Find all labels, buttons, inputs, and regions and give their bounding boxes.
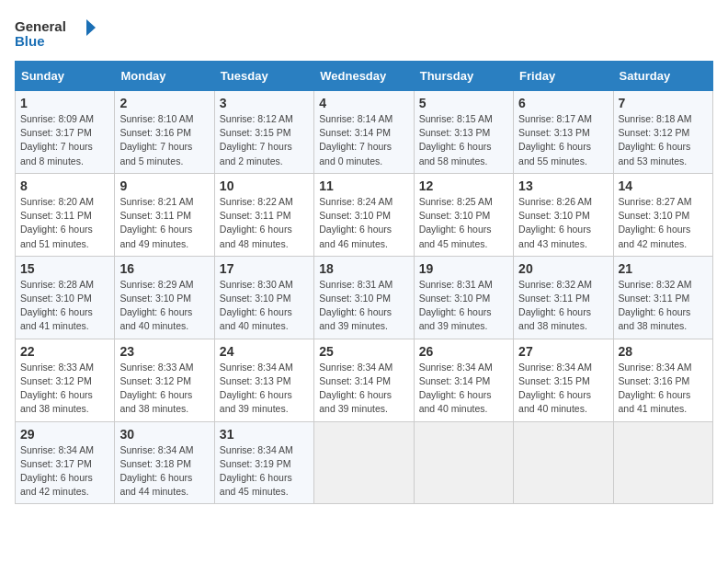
day-number: 31 (220, 427, 309, 442)
calendar-week-row: 22Sunrise: 8:33 AMSunset: 3:12 PMDayligh… (16, 339, 713, 421)
day-detail: Sunrise: 8:30 AMSunset: 3:10 PMDaylight:… (220, 278, 309, 334)
day-number: 9 (119, 178, 209, 193)
calendar-table: SundayMondayTuesdayWednesdayThursdayFrid… (15, 61, 713, 504)
day-detail: Sunrise: 8:34 AMSunset: 3:19 PMDaylight:… (220, 443, 309, 500)
page-header: General Blue (15, 15, 713, 52)
calendar-week-row: 15Sunrise: 8:28 AMSunset: 3:10 PMDayligh… (16, 256, 713, 339)
day-number: 24 (220, 344, 309, 359)
day-detail: Sunrise: 8:32 AMSunset: 3:11 PMDaylight:… (518, 278, 608, 334)
col-header-friday: Friday (514, 62, 613, 91)
day-number: 10 (220, 178, 309, 193)
calendar-cell: 1Sunrise: 8:09 AMSunset: 3:17 PMDaylight… (16, 91, 115, 174)
day-number: 22 (20, 344, 109, 359)
day-detail: Sunrise: 8:21 AMSunset: 3:11 PMDaylight:… (119, 195, 209, 251)
day-detail: Sunrise: 8:20 AMSunset: 3:11 PMDaylight:… (20, 195, 109, 251)
day-number: 19 (419, 261, 508, 276)
calendar-cell: 3Sunrise: 8:12 AMSunset: 3:15 PMDaylight… (214, 91, 313, 174)
col-header-tuesday: Tuesday (214, 62, 313, 91)
day-detail: Sunrise: 8:18 AMSunset: 3:12 PMDaylight:… (619, 112, 708, 168)
svg-marker-2 (86, 19, 96, 36)
day-number: 16 (119, 261, 209, 276)
day-number: 29 (20, 427, 109, 442)
calendar-cell: 13Sunrise: 8:26 AMSunset: 3:10 PMDayligh… (514, 173, 613, 256)
day-number: 4 (319, 96, 408, 110)
day-number: 30 (119, 427, 209, 442)
calendar-cell: 23Sunrise: 8:33 AMSunset: 3:12 PMDayligh… (115, 339, 214, 421)
day-detail: Sunrise: 8:22 AMSunset: 3:11 PMDaylight:… (220, 195, 309, 251)
calendar-cell: 12Sunrise: 8:25 AMSunset: 3:10 PMDayligh… (414, 173, 513, 256)
day-detail: Sunrise: 8:34 AMSunset: 3:17 PMDaylight:… (20, 443, 109, 500)
day-number: 7 (619, 96, 708, 110)
day-number: 8 (20, 178, 109, 193)
calendar-cell: 2Sunrise: 8:10 AMSunset: 3:16 PMDaylight… (115, 91, 214, 174)
svg-text:Blue: Blue (15, 33, 45, 49)
day-number: 13 (518, 178, 608, 193)
calendar-week-row: 29Sunrise: 8:34 AMSunset: 3:17 PMDayligh… (16, 421, 713, 504)
day-number: 2 (119, 96, 209, 110)
day-detail: Sunrise: 8:31 AMSunset: 3:10 PMDaylight:… (419, 278, 508, 334)
calendar-cell: 14Sunrise: 8:27 AMSunset: 3:10 PMDayligh… (613, 173, 712, 256)
day-number: 3 (220, 96, 309, 110)
col-header-sunday: Sunday (16, 62, 115, 91)
day-number: 1 (20, 96, 109, 110)
calendar-cell: 30Sunrise: 8:34 AMSunset: 3:18 PMDayligh… (115, 421, 214, 504)
col-header-thursday: Thursday (414, 62, 513, 91)
calendar-cell: 26Sunrise: 8:34 AMSunset: 3:14 PMDayligh… (414, 339, 513, 421)
calendar-week-row: 8Sunrise: 8:20 AMSunset: 3:11 PMDaylight… (16, 173, 713, 256)
day-detail: Sunrise: 8:10 AMSunset: 3:16 PMDaylight:… (119, 112, 209, 168)
col-header-monday: Monday (115, 62, 214, 91)
calendar-cell: 6Sunrise: 8:17 AMSunset: 3:13 PMDaylight… (514, 91, 613, 174)
day-number: 25 (319, 344, 408, 359)
logo-svg: General Blue (15, 15, 97, 52)
calendar-cell: 4Sunrise: 8:14 AMSunset: 3:14 PMDaylight… (314, 91, 414, 174)
day-detail: Sunrise: 8:25 AMSunset: 3:10 PMDaylight:… (419, 195, 508, 251)
day-number: 11 (319, 178, 408, 193)
day-detail: Sunrise: 8:09 AMSunset: 3:17 PMDaylight:… (20, 112, 109, 168)
day-detail: Sunrise: 8:33 AMSunset: 3:12 PMDaylight:… (20, 361, 109, 417)
col-header-wednesday: Wednesday (314, 62, 414, 91)
calendar-week-row: 1Sunrise: 8:09 AMSunset: 3:17 PMDaylight… (16, 91, 713, 174)
calendar-cell: 28Sunrise: 8:34 AMSunset: 3:16 PMDayligh… (613, 339, 712, 421)
day-number: 5 (419, 96, 508, 110)
day-detail: Sunrise: 8:17 AMSunset: 3:13 PMDaylight:… (518, 112, 608, 168)
day-detail: Sunrise: 8:24 AMSunset: 3:10 PMDaylight:… (319, 195, 408, 251)
svg-text:General: General (15, 18, 66, 34)
logo: General Blue (15, 15, 97, 52)
day-number: 23 (119, 344, 209, 359)
calendar-cell: 8Sunrise: 8:20 AMSunset: 3:11 PMDaylight… (16, 173, 115, 256)
calendar-cell: 21Sunrise: 8:32 AMSunset: 3:11 PMDayligh… (613, 256, 712, 339)
day-detail: Sunrise: 8:27 AMSunset: 3:10 PMDaylight:… (619, 195, 708, 251)
calendar-cell: 15Sunrise: 8:28 AMSunset: 3:10 PMDayligh… (16, 256, 115, 339)
calendar-cell: 18Sunrise: 8:31 AMSunset: 3:10 PMDayligh… (314, 256, 414, 339)
day-detail: Sunrise: 8:31 AMSunset: 3:10 PMDaylight:… (319, 278, 408, 334)
day-detail: Sunrise: 8:32 AMSunset: 3:11 PMDaylight:… (619, 278, 708, 334)
day-number: 27 (518, 344, 608, 359)
day-number: 21 (619, 261, 708, 276)
day-number: 14 (619, 178, 708, 193)
day-detail: Sunrise: 8:29 AMSunset: 3:10 PMDaylight:… (119, 278, 209, 334)
calendar-cell (414, 421, 513, 504)
calendar-cell: 10Sunrise: 8:22 AMSunset: 3:11 PMDayligh… (214, 173, 313, 256)
day-number: 15 (20, 261, 109, 276)
calendar-cell: 16Sunrise: 8:29 AMSunset: 3:10 PMDayligh… (115, 256, 214, 339)
day-number: 18 (319, 261, 408, 276)
day-detail: Sunrise: 8:34 AMSunset: 3:18 PMDaylight:… (119, 443, 209, 500)
calendar-cell: 7Sunrise: 8:18 AMSunset: 3:12 PMDaylight… (613, 91, 712, 174)
day-number: 20 (518, 261, 608, 276)
calendar-cell (314, 421, 414, 504)
day-number: 6 (518, 96, 608, 110)
day-detail: Sunrise: 8:26 AMSunset: 3:10 PMDaylight:… (518, 195, 608, 251)
day-number: 17 (220, 261, 309, 276)
calendar-cell: 11Sunrise: 8:24 AMSunset: 3:10 PMDayligh… (314, 173, 414, 256)
col-header-saturday: Saturday (613, 62, 712, 91)
calendar-cell: 29Sunrise: 8:34 AMSunset: 3:17 PMDayligh… (16, 421, 115, 504)
day-detail: Sunrise: 8:34 AMSunset: 3:13 PMDaylight:… (220, 361, 309, 417)
day-number: 12 (419, 178, 508, 193)
day-detail: Sunrise: 8:33 AMSunset: 3:12 PMDaylight:… (119, 361, 209, 417)
calendar-cell: 31Sunrise: 8:34 AMSunset: 3:19 PMDayligh… (214, 421, 313, 504)
day-detail: Sunrise: 8:34 AMSunset: 3:14 PMDaylight:… (419, 361, 508, 417)
day-detail: Sunrise: 8:12 AMSunset: 3:15 PMDaylight:… (220, 112, 309, 168)
day-detail: Sunrise: 8:34 AMSunset: 3:16 PMDaylight:… (619, 361, 708, 417)
calendar-cell: 25Sunrise: 8:34 AMSunset: 3:14 PMDayligh… (314, 339, 414, 421)
day-number: 26 (419, 344, 508, 359)
